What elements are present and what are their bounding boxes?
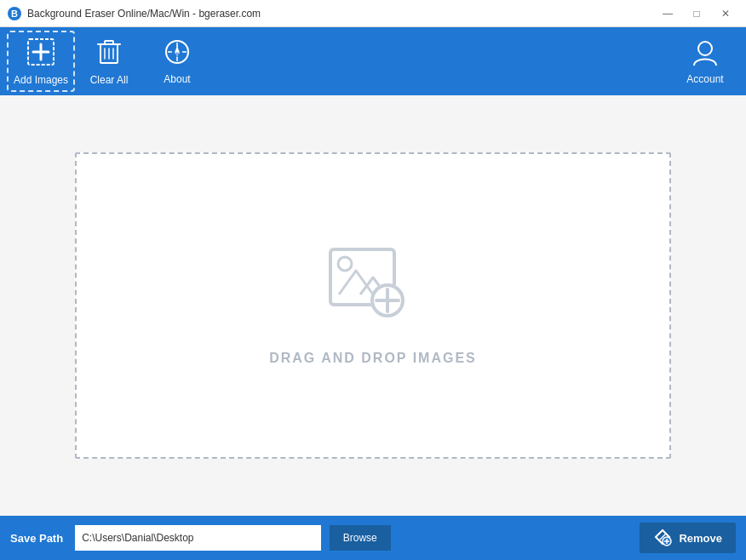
add-images-icon [26, 37, 55, 71]
clear-all-button[interactable]: Clear All [75, 31, 143, 92]
about-icon [164, 38, 191, 70]
clear-all-icon [96, 37, 122, 71]
svg-rect-7 [105, 41, 113, 44]
restore-button[interactable]: □ [683, 5, 710, 22]
about-label: About [164, 73, 190, 85]
account-button[interactable]: Account [671, 31, 739, 92]
account-label: Account [686, 73, 723, 85]
main-content: DRAG AND DROP IMAGES [0, 95, 746, 516]
minimize-button[interactable]: — [654, 5, 681, 22]
svg-point-20 [338, 257, 352, 271]
bottom-bar: Save Path Browse Remove [0, 516, 746, 560]
add-images-label: Add Images [14, 74, 68, 86]
account-icon [691, 38, 720, 70]
drop-zone-text: DRAG AND DROP IMAGES [269, 351, 477, 366]
add-images-button[interactable]: Add Images [7, 31, 75, 92]
remove-button[interactable]: Remove [640, 523, 736, 553]
drop-zone-icon [326, 245, 420, 334]
svg-point-18 [698, 42, 712, 55]
app-icon: B [7, 6, 22, 21]
save-path-label: Save Path [10, 532, 63, 545]
drop-zone[interactable]: DRAG AND DROP IMAGES [75, 152, 671, 459]
title-bar-text: Background Eraser Online/Mac/Win - bgera… [27, 8, 654, 20]
title-bar-controls: — □ ✕ [654, 5, 739, 22]
close-button[interactable]: ✕ [712, 5, 739, 22]
about-button[interactable]: About [143, 31, 211, 92]
title-bar: B Background Eraser Online/Mac/Win - bge… [0, 0, 746, 27]
remove-icon [653, 528, 672, 549]
browse-button[interactable]: Browse [330, 525, 391, 551]
toolbar: Add Images Clear All [0, 27, 746, 95]
clear-all-label: Clear All [90, 74, 129, 86]
remove-label: Remove [679, 532, 722, 545]
save-path-input[interactable] [75, 525, 321, 551]
svg-text:B: B [11, 9, 18, 19]
